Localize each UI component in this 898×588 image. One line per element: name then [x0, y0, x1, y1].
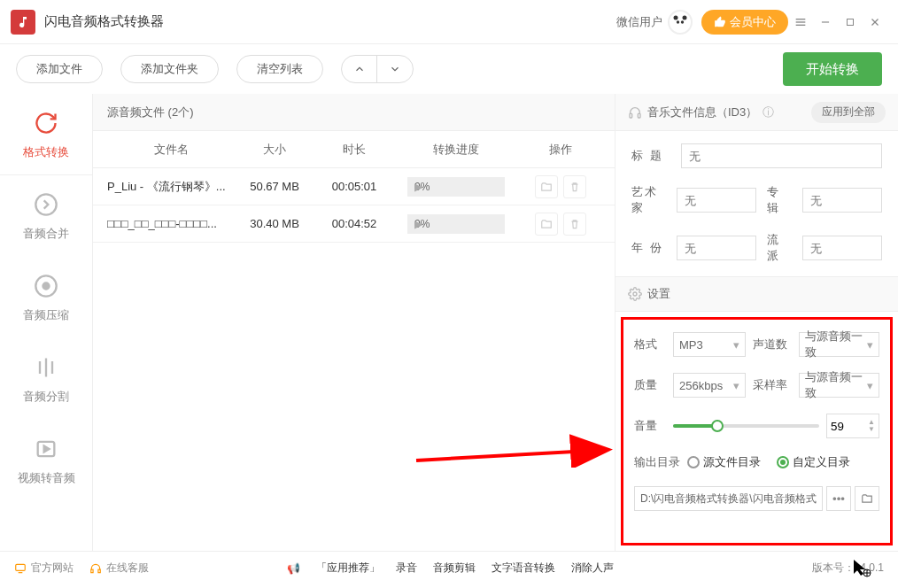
- quality-label: 质量: [634, 377, 666, 393]
- svg-marker-19: [44, 446, 50, 453]
- move-buttons: [341, 55, 414, 83]
- play-icon[interactable]: ▶: [414, 181, 499, 193]
- svg-rect-26: [98, 569, 100, 573]
- avatar[interactable]: [668, 10, 693, 35]
- move-up-button[interactable]: [342, 56, 377, 82]
- artist-input[interactable]: [677, 188, 756, 213]
- volume-slider[interactable]: [673, 424, 819, 428]
- footer: 官方网站 在线客服 📢 「应用推荐」 录音 音频剪辑 文字语音转换 消除人声 版…: [0, 551, 898, 584]
- file-duration: 00:04:52: [314, 217, 394, 230]
- channels-select[interactable]: 与源音频一致▾: [799, 332, 879, 357]
- close-button[interactable]: [863, 10, 887, 35]
- id3-header: 音乐文件信息（ID3） ⓘ 应用到全部: [615, 94, 898, 131]
- quality-select[interactable]: 256kbps▾: [673, 373, 746, 398]
- year-input[interactable]: [677, 236, 756, 260]
- slider-thumb[interactable]: [711, 420, 724, 432]
- info-icon[interactable]: ⓘ: [763, 104, 774, 120]
- spin-down[interactable]: ▼: [868, 426, 875, 433]
- col-actions: 操作: [518, 142, 603, 158]
- vip-center-button[interactable]: 会员中心: [701, 10, 788, 35]
- sidebar-item-audio-merge[interactable]: 音频合并: [0, 175, 92, 257]
- source-files-header: 源音频文件 (2个): [93, 94, 615, 131]
- rec-link[interactable]: 音频剪辑: [433, 561, 476, 576]
- play-icon[interactable]: ▶: [414, 218, 499, 230]
- title-label: 标 题: [631, 148, 670, 164]
- open-folder-button[interactable]: [535, 213, 558, 236]
- official-site-link[interactable]: 官方网站: [14, 561, 74, 576]
- version-label: 版本号：v4.0.1: [812, 561, 884, 576]
- headset-icon: [89, 562, 102, 575]
- sidebar-item-audio-compress[interactable]: 音频压缩: [0, 257, 92, 338]
- svg-point-3: [677, 20, 679, 23]
- add-file-button[interactable]: 添加文件: [16, 55, 103, 83]
- volume-input[interactable]: [831, 420, 861, 433]
- thumbs-up-icon: [714, 16, 726, 28]
- maximize-button[interactable]: [838, 10, 863, 35]
- output-path-input[interactable]: [634, 486, 823, 511]
- maximize-icon: [845, 17, 855, 27]
- svg-point-4: [681, 20, 684, 23]
- chevron-up-icon: [353, 63, 366, 75]
- table-row[interactable]: P_Liu - 《流行钢琴》... 50.67 MB 00:05:01 0%▶: [93, 168, 615, 205]
- sidebar-item-video-to-audio[interactable]: 视频转音频: [0, 420, 92, 501]
- album-input[interactable]: [802, 188, 882, 213]
- file-size: 30.40 MB: [235, 217, 314, 230]
- svg-point-1: [674, 15, 678, 19]
- artist-label: 艺术家: [631, 184, 666, 216]
- rec-link[interactable]: 录音: [396, 561, 417, 576]
- radio-custom-dir[interactable]: 自定义目录: [777, 454, 850, 470]
- panda-avatar-icon: [671, 13, 689, 31]
- rec-link[interactable]: 文字语音转换: [492, 561, 555, 576]
- trash-icon: [569, 181, 581, 193]
- headphones-icon: [628, 105, 642, 120]
- sidebar-item-format-convert[interactable]: 格式转换: [0, 94, 92, 175]
- genre-input[interactable]: [802, 236, 882, 260]
- rec-link[interactable]: 消除人声: [571, 561, 614, 576]
- sidebar: 格式转换 音频合并 音频压缩 音频分割 视频转音频: [0, 94, 93, 551]
- settings-header: 设置: [615, 276, 898, 312]
- start-convert-button[interactable]: 开始转换: [783, 52, 882, 86]
- browse-button[interactable]: •••: [826, 486, 851, 511]
- gear-icon: [628, 287, 642, 301]
- svg-rect-21: [638, 113, 640, 118]
- open-output-folder-button[interactable]: [855, 486, 879, 511]
- output-dir-label: 输出目录: [634, 454, 680, 470]
- radio-source-dir[interactable]: 源文件目录: [687, 454, 761, 470]
- open-folder-button[interactable]: [535, 175, 558, 198]
- file-name: P_Liu - 《流行钢琴》...: [93, 179, 235, 195]
- add-folder-button[interactable]: 添加文件夹: [120, 55, 219, 83]
- svg-point-22: [633, 292, 637, 296]
- svg-point-14: [43, 283, 50, 290]
- folder-icon: [861, 492, 873, 505]
- minimize-button[interactable]: [813, 10, 838, 35]
- volume-label: 音量: [634, 418, 666, 434]
- menu-button[interactable]: [788, 10, 813, 35]
- right-panel: 音乐文件信息（ID3） ⓘ 应用到全部 标 题 艺术家 专辑 年 份 流派: [615, 94, 898, 551]
- svg-rect-20: [630, 113, 632, 118]
- horn-icon: 📢: [287, 562, 300, 575]
- table-row[interactable]: □□□_□□_□□□-□□□□... 30.40 MB 00:04:52 0%▶: [93, 205, 615, 243]
- clear-list-button[interactable]: 清空列表: [236, 55, 323, 83]
- online-support-link[interactable]: 在线客服: [89, 561, 149, 576]
- sidebar-item-audio-split[interactable]: 音频分割: [0, 338, 92, 420]
- file-size: 50.67 MB: [235, 180, 314, 193]
- title-input[interactable]: [681, 143, 882, 168]
- move-down-button[interactable]: [377, 56, 413, 82]
- monitor-icon: [14, 562, 27, 575]
- svg-rect-25: [91, 569, 93, 573]
- format-select[interactable]: MP3▾: [673, 332, 746, 357]
- minimize-icon: [819, 16, 832, 28]
- chevron-down-icon: [389, 63, 401, 75]
- file-list-panel: 源音频文件 (2个) 文件名 大小 时长 转换进度 操作 P_Liu - 《流行…: [93, 94, 615, 551]
- channels-label: 声道数: [753, 337, 792, 352]
- delete-button[interactable]: [563, 213, 586, 236]
- folder-icon: [540, 181, 553, 193]
- delete-button[interactable]: [563, 175, 586, 198]
- progress-bar: 0%▶: [407, 177, 505, 197]
- volume-spinner[interactable]: ▲▼: [826, 414, 879, 438]
- apply-all-button[interactable]: 应用到全部: [811, 102, 886, 123]
- sample-rate-select[interactable]: 与源音频一致▾: [799, 373, 879, 398]
- toolbar: 添加文件 添加文件夹 清空列表 开始转换: [0, 44, 898, 94]
- col-progress: 转换进度: [394, 142, 518, 158]
- file-name: □□□_□□_□□□-□□□□...: [93, 217, 235, 230]
